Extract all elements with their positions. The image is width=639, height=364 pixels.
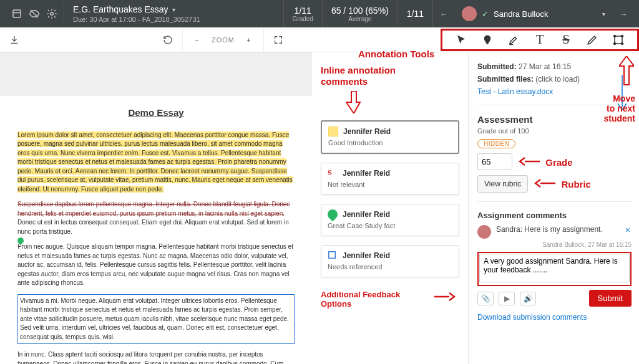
- doc-toolbar: − ZOOM + T S: [0, 27, 639, 52]
- doc-title: Demo Essay: [17, 106, 295, 120]
- red-left-arrow: [534, 178, 555, 191]
- rubric-callout: Rubric: [561, 179, 591, 189]
- submitted-row: Submitted: 27 Mar at 16:15: [477, 62, 632, 71]
- comment-body: Great Case Study fact: [328, 222, 452, 229]
- assignment-meta: E.G. Earthquakes Essay ▾ Due: 30 Apr at …: [64, 4, 209, 23]
- document-pane[interactable]: Demo Essay Lorem ipsum dolor sit amet, c…: [0, 52, 312, 364]
- red-up-arrow: [619, 56, 634, 90]
- comment-author: Jennifer Reid: [343, 127, 391, 136]
- comment-author: Jennifer Reid: [343, 251, 390, 260]
- highlight-icon: [328, 127, 338, 136]
- check-icon: ✓: [482, 9, 489, 19]
- graded-label: Graded: [293, 16, 313, 22]
- student-selector[interactable]: ✓ Sandra Bullock ▾: [456, 6, 612, 21]
- average-score: 65 / 100 (65%): [331, 6, 389, 16]
- additional-feedback-label: Additional Feedback Options: [321, 290, 428, 309]
- red-right-arrow: [434, 291, 456, 304]
- student-name: Sandra Bullock: [494, 9, 548, 19]
- grade-input[interactable]: [477, 153, 512, 170]
- menu-icon[interactable]: [11, 8, 22, 19]
- boxed-text[interactable]: Vivamus a mi. Morbi neque. Aliquam erat …: [17, 294, 295, 345]
- files-row: Submitted files: (click to load): [477, 75, 632, 84]
- gear-icon[interactable]: [46, 8, 57, 19]
- comment-text: Sandra: Here is my assignment.: [496, 225, 619, 234]
- comments-heading: Assignment comments: [477, 211, 632, 220]
- rectangle-tool[interactable]: [611, 33, 626, 47]
- highlight-tool[interactable]: [506, 33, 521, 47]
- mn1: Move: [613, 93, 635, 103]
- annotation-comment-card[interactable]: Jennifer Reid Good Introduction: [321, 120, 459, 154]
- annotation-comment-card[interactable]: Jennifer Reid Needs referenced: [321, 245, 459, 277]
- fullscreen-icon[interactable]: [271, 33, 285, 47]
- media-record-button[interactable]: ▶: [499, 292, 515, 305]
- stat-average: 65 / 100 (65%) Average: [322, 0, 398, 27]
- pin-tool[interactable]: [480, 33, 495, 47]
- text-tool[interactable]: T: [532, 33, 547, 47]
- nav-count: 1/11: [407, 9, 424, 19]
- annotation-comments-pane: Annotation Tools Inline annotation comme…: [312, 52, 468, 364]
- highlighted-text[interactable]: Lorem ipsum dolor sit amet, consectetuer…: [17, 132, 293, 193]
- svg-point-4: [622, 35, 623, 37]
- comment-meta: Sandra Bullock, 27 Mar at 16:15: [477, 241, 632, 248]
- comment-body: Needs referenced: [328, 263, 452, 271]
- inline-l2: comments: [321, 76, 368, 87]
- submitted-file-link[interactable]: Test - Latin essay.docx: [477, 87, 553, 96]
- inline-l1: Inline annotation: [321, 65, 396, 75]
- files-label: Submitted files:: [477, 75, 534, 84]
- assignment-due: Due: 30 Apr at 17:00 - FA_2018_3052731: [73, 16, 200, 23]
- svg-point-1: [51, 12, 54, 16]
- comment-body: Not relevant: [328, 181, 452, 188]
- submit-button[interactable]: Submit: [589, 290, 632, 307]
- pointer-tool[interactable]: [454, 33, 469, 47]
- files-hint: (click to load): [535, 75, 580, 84]
- annotation-toolbar: T S: [441, 29, 639, 51]
- annotation-comment-card[interactable]: Jennifer Reid Great Case Study fact: [321, 204, 459, 236]
- svg-point-3: [614, 35, 616, 37]
- next-student-button[interactable]: →: [618, 8, 629, 19]
- assignment-comment: Sandra: Here is my assignment. ×: [477, 225, 632, 239]
- red-left-arrow: [519, 156, 540, 169]
- pin-icon: [326, 208, 340, 222]
- rotate-icon[interactable]: [161, 33, 175, 47]
- annotation-comment-card[interactable]: SJennifer Reid Not relevant: [321, 163, 459, 195]
- view-rubric-button[interactable]: View rubric: [477, 175, 528, 193]
- zoom-in-button[interactable]: +: [242, 33, 256, 47]
- student-nav: ← ✓ Sandra Bullock ▾ →: [432, 0, 634, 27]
- audio-record-button[interactable]: 🔊: [520, 292, 536, 305]
- svg-rect-2: [615, 36, 622, 44]
- comment-author: Jennifer Reid: [343, 210, 390, 219]
- annotation-tools-label: Annotation Tools: [358, 49, 434, 59]
- avatar: [477, 225, 491, 239]
- zoom-label: ZOOM: [212, 36, 235, 44]
- svg-point-6: [622, 42, 623, 44]
- comment-body: Good Introduction: [328, 139, 452, 146]
- draw-tool[interactable]: [585, 33, 600, 47]
- red-down-arrow: [346, 91, 459, 115]
- submitted-value: 27 Mar at 16:15: [519, 62, 571, 71]
- feedback-textarea[interactable]: [479, 254, 630, 282]
- svg-rect-0: [13, 10, 21, 17]
- download-icon[interactable]: [7, 33, 21, 47]
- delete-comment-button[interactable]: ×: [624, 225, 632, 235]
- zoom-out-button[interactable]: −: [190, 33, 204, 47]
- chevron-down-icon[interactable]: ▾: [602, 11, 605, 17]
- submitted-label: Submitted:: [477, 62, 517, 71]
- stat-submission-index: 1/11 Graded: [283, 0, 322, 27]
- download-comments-link[interactable]: Download submission comments: [477, 313, 587, 322]
- chevron-down-icon[interactable]: ▾: [172, 6, 175, 13]
- body: Demo Essay Lorem ipsum dolor sit amet, c…: [0, 52, 639, 364]
- svg-point-5: [614, 42, 616, 44]
- visibility-icon[interactable]: [29, 8, 40, 19]
- struck-text[interactable]: Suspendisse dapibus lorem pellentesque m…: [17, 201, 290, 217]
- strikethrough-tool[interactable]: S: [559, 33, 573, 47]
- move-next-label: Move to next student: [603, 93, 635, 123]
- grading-panel: Submitted: 27 Mar at 16:15 Submitted fil…: [468, 52, 639, 364]
- doc-p3: Proin nec augue. Quisque aliquam tempor …: [17, 242, 295, 288]
- comment-author: Jennifer Reid: [343, 169, 390, 178]
- rectangle-icon: [328, 251, 338, 261]
- hidden-badge: HIDDEN: [477, 139, 515, 148]
- svg-rect-7: [329, 252, 336, 259]
- attach-file-button[interactable]: 📎: [477, 292, 494, 305]
- prev-student-button[interactable]: ←: [438, 8, 449, 19]
- top-bar: E.G. Earthquakes Essay ▾ Due: 30 Apr at …: [0, 0, 639, 27]
